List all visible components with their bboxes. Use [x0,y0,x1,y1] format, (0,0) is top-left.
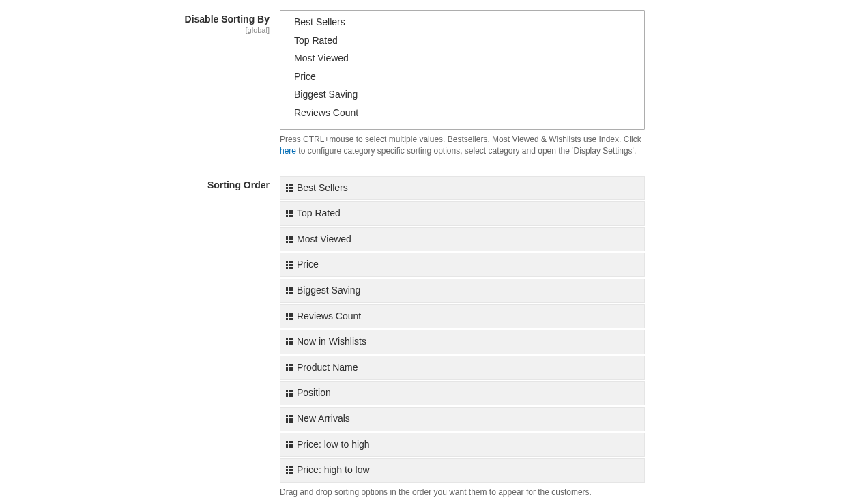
svg-rect-102 [286,469,288,471]
svg-rect-96 [286,446,288,448]
svg-rect-28 [289,261,291,263]
svg-rect-35 [291,267,293,269]
svg-rect-29 [291,261,293,263]
svg-rect-72 [286,390,288,392]
sortable-item[interactable]: Now in Wishlists [280,330,645,354]
grip-icon [286,415,293,423]
svg-rect-54 [286,338,288,340]
svg-rect-89 [291,420,293,423]
svg-rect-106 [289,472,291,474]
sortable-item[interactable]: Biggest Saving [280,279,645,303]
sortable-item[interactable]: Product Name [280,356,645,380]
svg-rect-82 [289,415,291,417]
svg-rect-43 [289,292,291,294]
sortable-item[interactable]: Position [280,381,645,405]
svg-rect-73 [289,390,291,392]
svg-rect-79 [289,395,291,397]
svg-rect-14 [291,212,293,214]
grip-icon [286,287,293,294]
help-link[interactable]: here [280,146,296,156]
grip-icon [286,313,293,320]
sortable-item-label: Product Name [297,361,358,375]
sortable-item-label: Price [297,258,319,272]
svg-rect-45 [286,313,288,315]
svg-rect-38 [291,287,293,289]
svg-rect-99 [286,466,288,468]
svg-rect-16 [289,215,291,217]
svg-rect-75 [286,393,288,395]
disable-sorting-field: Best Sellers Top Rated Most Viewed Price… [280,10,645,157]
grip-icon [286,261,293,269]
sorting-order-list: Best Sellers Top Rated Most Viewed Price… [280,176,645,483]
svg-rect-2 [291,184,293,186]
disable-sorting-label: Disable Sorting By [185,14,270,25]
svg-rect-41 [291,289,293,291]
disable-sorting-scope: [global] [0,25,270,35]
sortable-item[interactable]: Top Rated [280,201,645,226]
svg-rect-77 [291,393,293,395]
svg-rect-90 [286,441,288,443]
sortable-item[interactable]: Price [280,253,645,277]
svg-rect-74 [291,390,293,392]
svg-rect-6 [286,190,288,192]
svg-rect-22 [289,238,291,240]
sortable-item[interactable]: Most Viewed [280,227,645,252]
svg-rect-10 [289,210,291,212]
svg-rect-88 [289,420,291,423]
disable-sorting-label-col: Disable Sorting By [global] [0,10,280,157]
disable-sorting-row: Disable Sorting By [global] Best Sellers… [0,10,868,157]
svg-rect-18 [286,236,288,238]
svg-rect-86 [291,418,293,420]
svg-rect-95 [291,444,293,446]
multiselect-option[interactable]: Most Viewed [280,50,644,68]
svg-rect-3 [286,187,288,189]
svg-rect-84 [286,418,288,420]
multiselect-option[interactable]: Price [280,68,644,87]
svg-rect-32 [291,264,293,266]
sortable-item[interactable]: Best Sellers [280,176,645,201]
grip-icon [286,236,293,243]
svg-rect-7 [289,190,291,192]
svg-rect-101 [291,466,293,468]
svg-rect-85 [289,418,291,420]
svg-rect-12 [286,212,288,214]
svg-rect-53 [291,318,293,320]
sorting-order-field: Best Sellers Top Rated Most Viewed Price… [280,176,645,498]
grip-icon [286,364,293,371]
svg-rect-103 [289,469,291,471]
svg-rect-11 [291,210,293,212]
svg-rect-34 [289,267,291,269]
sorting-order-label: Sorting Order [207,180,270,190]
sortable-item[interactable]: Price: low to high [280,433,645,457]
svg-rect-55 [289,338,291,340]
svg-rect-63 [286,364,288,366]
grip-icon [286,338,293,345]
svg-rect-1 [289,184,291,186]
sortable-item-label: Now in Wishlists [297,335,366,349]
svg-rect-64 [289,364,291,366]
sortable-item[interactable]: Reviews Count [280,304,645,329]
svg-rect-46 [289,313,291,315]
svg-rect-91 [289,441,291,443]
svg-rect-76 [289,393,291,395]
sorting-order-help: Drag and drop sorting options in the ord… [280,487,645,498]
multiselect-option[interactable]: Top Rated [280,32,644,51]
sortable-item[interactable]: Price: high to low [280,458,645,483]
svg-rect-81 [286,415,288,417]
multiselect-option[interactable]: Biggest Saving [280,86,644,104]
disable-sorting-multiselect[interactable]: Best Sellers Top Rated Most Viewed Price… [280,10,645,130]
sortable-item-label: Reviews Count [297,310,361,324]
svg-rect-21 [286,238,288,240]
sortable-item[interactable]: New Arrivals [280,407,645,431]
svg-rect-13 [289,212,291,214]
sortable-item-label: Best Sellers [297,182,348,195]
svg-rect-60 [286,343,288,345]
sortable-item-label: New Arrivals [297,412,350,426]
svg-rect-69 [286,369,288,371]
svg-rect-107 [291,472,293,474]
svg-rect-27 [286,261,288,263]
multiselect-option[interactable]: Best Sellers [280,14,644,32]
multiselect-option[interactable]: Reviews Count [280,104,644,123]
svg-rect-4 [289,187,291,189]
svg-rect-100 [289,466,291,468]
